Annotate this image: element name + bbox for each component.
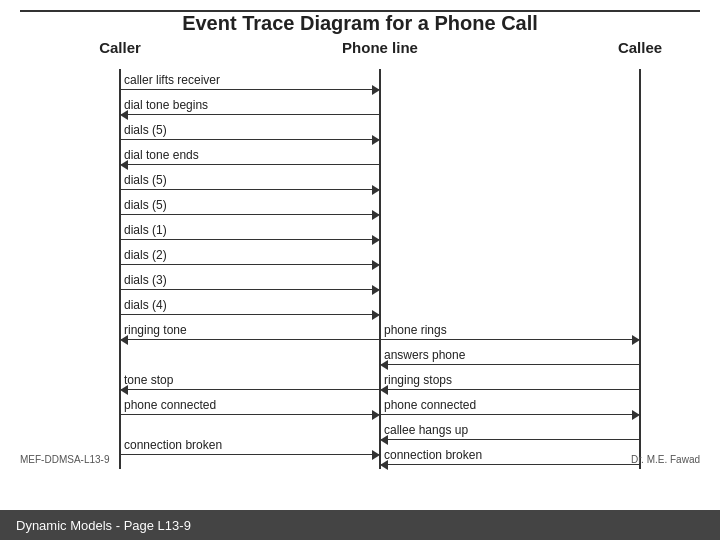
vline-caller xyxy=(119,69,121,469)
arrow-e15a xyxy=(380,439,640,440)
page: Event Trace Diagram for a Phone Call Cal… xyxy=(0,0,720,540)
footer-bar: Dynamic Models - Page L13-9 xyxy=(0,510,720,540)
label-e7: dials (1) xyxy=(124,223,167,237)
footer-left: Dynamic Models - Page L13-9 xyxy=(16,518,191,533)
arrow-e2 xyxy=(120,114,380,115)
label-e5: dials (5) xyxy=(124,173,167,187)
label-e4: dial tone ends xyxy=(124,148,199,162)
col-header-callee: Callee xyxy=(618,39,662,56)
arrow-e15 xyxy=(120,454,380,455)
label-e12: answers phone xyxy=(384,348,465,362)
label-e13: tone stop xyxy=(124,373,173,387)
credit: Dr. M.E. Fawad xyxy=(631,454,700,465)
arrow-e1 xyxy=(120,89,380,90)
arrow-e6 xyxy=(120,214,380,215)
label-e8: dials (2) xyxy=(124,248,167,262)
label-e10: dials (4) xyxy=(124,298,167,312)
label-e9: dials (3) xyxy=(124,273,167,287)
col-header-phone: Phone line xyxy=(342,39,418,56)
label-e15a: callee hangs up xyxy=(384,423,468,437)
arrow-e5 xyxy=(120,189,380,190)
label-e14: phone connected xyxy=(124,398,216,412)
diagram-area: CallerPhone lineCalleeMEF-DDMSA-L13-9Dr.… xyxy=(20,39,700,499)
label-e15: connection broken xyxy=(124,438,222,452)
arrow-e13 xyxy=(120,389,380,390)
arrow-e11 xyxy=(120,339,380,340)
label-e11b: phone rings xyxy=(384,323,447,337)
label-e15b: connection broken xyxy=(384,448,482,462)
arrow-e15b xyxy=(380,464,640,465)
arrow-e9 xyxy=(120,289,380,290)
arrow-e8 xyxy=(120,264,380,265)
label-e11: ringing tone xyxy=(124,323,187,337)
page-title: Event Trace Diagram for a Phone Call xyxy=(20,10,700,35)
label-e1: caller lifts receiver xyxy=(124,73,220,87)
arrow-e14 xyxy=(120,414,380,415)
label-e14b: phone connected xyxy=(384,398,476,412)
arrow-e12 xyxy=(380,364,640,365)
arrow-e10 xyxy=(120,314,380,315)
arrow-e11b xyxy=(380,339,640,340)
col-header-caller: Caller xyxy=(99,39,141,56)
arrow-e14b xyxy=(380,414,640,415)
label-e6: dials (5) xyxy=(124,198,167,212)
label-e13b: ringing stops xyxy=(384,373,452,387)
arrow-e3 xyxy=(120,139,380,140)
arrow-e4 xyxy=(120,164,380,165)
main-content: Event Trace Diagram for a Phone Call Cal… xyxy=(0,0,720,510)
arrow-e7 xyxy=(120,239,380,240)
label-e3: dials (5) xyxy=(124,123,167,137)
arrow-e13b xyxy=(380,389,640,390)
watermark: MEF-DDMSA-L13-9 xyxy=(20,454,109,465)
label-e2: dial tone begins xyxy=(124,98,208,112)
vline-callee xyxy=(639,69,641,469)
